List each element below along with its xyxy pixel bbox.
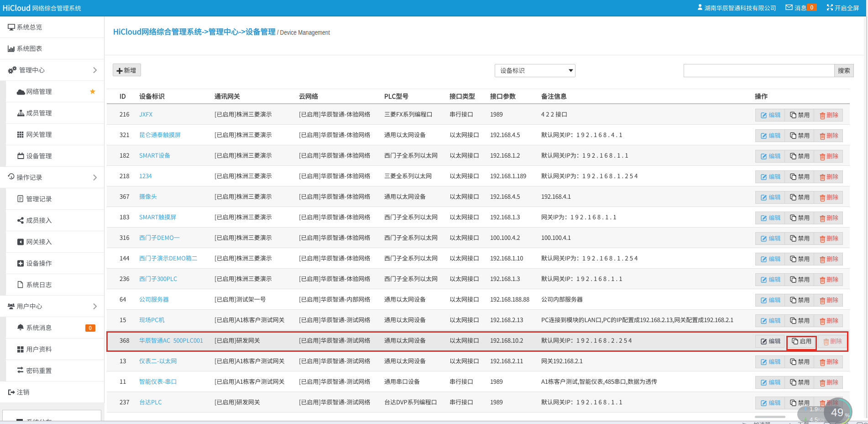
svg-text:%: % [845,413,850,418]
svg-text:49: 49 [831,406,843,419]
svg-text:1.9K/s: 1.9K/s [810,406,825,413]
svg-text:4.5K/s: 4.5K/s [810,416,825,423]
